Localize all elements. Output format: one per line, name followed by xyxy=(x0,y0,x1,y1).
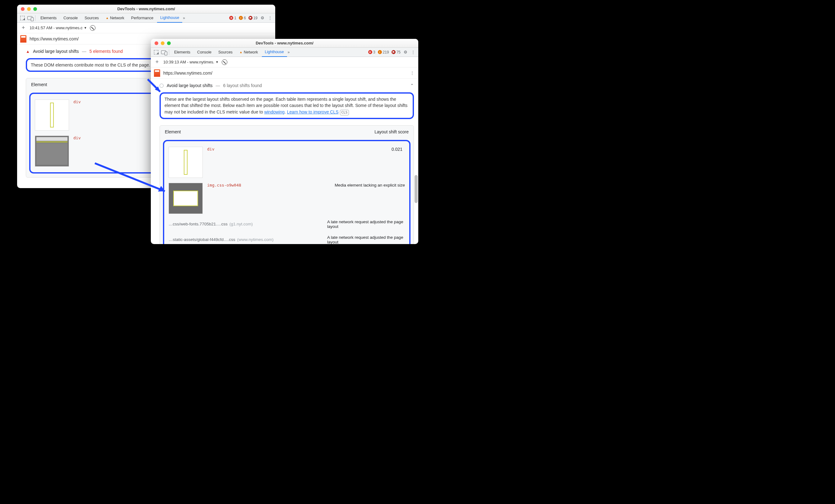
rows-callout: div 0.021 img.css-o9w048 Media element l… xyxy=(163,140,410,244)
audit-header[interactable]: Avoid large layout shifts — 6 layout shi… xyxy=(160,83,414,88)
clear-report-icon[interactable] xyxy=(222,59,227,65)
url-bar: https://www.nytimes.com/ ⋮ xyxy=(151,67,418,79)
shift-reason: A late network request adjusted the page… xyxy=(327,219,405,229)
chevron-down-icon: ▼ xyxy=(84,26,87,29)
clear-report-icon[interactable] xyxy=(90,25,96,31)
page-url: https://www.nytimes.com/ xyxy=(163,70,212,76)
resource-host: (www.nytimes.com) xyxy=(237,237,274,242)
tab-network[interactable]: Network xyxy=(103,13,127,23)
info-badge[interactable]: ⚑19 xyxy=(247,16,259,20)
warnings-badge[interactable]: !6 xyxy=(238,16,247,20)
kebab-menu-icon[interactable]: ⋮ xyxy=(409,70,415,75)
cause-row[interactable]: …css/web-fonts.7705b21….css (g1.nyt.com)… xyxy=(167,216,406,232)
minimize-icon[interactable] xyxy=(27,7,31,11)
titlebar: DevTools - www.nytimes.com/ xyxy=(151,39,418,47)
separator xyxy=(35,15,36,21)
close-icon[interactable] xyxy=(21,7,24,11)
element-thumbnail xyxy=(168,183,203,214)
separator: — xyxy=(82,49,86,54)
status-circle-icon xyxy=(160,84,164,88)
audit-name: Avoid large layout shifts xyxy=(33,49,79,54)
window-title: DevTools - www.nytimes.com/ xyxy=(17,6,275,11)
tab-sources[interactable]: Sources xyxy=(215,47,236,57)
table-row[interactable]: div 0.021 xyxy=(167,144,406,180)
cause-row[interactable]: …static-assets/global-f449cfd….css (www.… xyxy=(167,232,406,244)
traffic-lights[interactable] xyxy=(17,7,37,11)
windowing-link[interactable]: windowing xyxy=(264,109,285,114)
kebab-menu-icon[interactable]: ⋮ xyxy=(410,50,416,55)
settings-gear-icon[interactable]: ⚙ xyxy=(402,50,409,55)
element-selector: div xyxy=(74,100,81,104)
close-icon[interactable] xyxy=(155,41,158,45)
chevron-down-icon: ▼ xyxy=(216,60,219,64)
chevron-up-icon[interactable]: ⌃ xyxy=(410,83,414,88)
col-score: Layout shift score xyxy=(374,129,409,134)
table-header: Element Layout shift score xyxy=(160,126,414,138)
resource-path: …css/web-fonts.7705b21….css xyxy=(168,222,228,226)
report-dropdown[interactable]: 10:39:13 AM - www.nytimes.▼ xyxy=(163,60,219,64)
audit-name: Avoid large layout shifts xyxy=(167,83,213,88)
learn-cls-link[interactable]: Learn how to improve CLS xyxy=(287,109,339,114)
report-content: Avoid large layout shifts — 6 layout shi… xyxy=(151,79,418,244)
more-tabs-icon[interactable]: » xyxy=(288,50,289,55)
resource-host: (g1.nyt.com) xyxy=(229,222,253,226)
devtools-toolbar: Elements Console Sources Network Perform… xyxy=(17,13,275,23)
lighthouse-icon xyxy=(20,35,26,43)
errors-badge[interactable]: ✕1 xyxy=(228,16,237,20)
tab-network[interactable]: Network xyxy=(236,47,261,57)
audit-description: These DOM elements contribute most to th… xyxy=(31,63,150,67)
scrollbar-thumb[interactable] xyxy=(414,175,418,203)
new-report-button[interactable]: + xyxy=(154,59,160,65)
element-selector: div xyxy=(74,135,81,140)
tab-sources[interactable]: Sources xyxy=(81,13,102,23)
devtools-toolbar: Elements Console Sources Network Lightho… xyxy=(151,47,418,57)
titlebar: DevTools - www.nytimes.com/ xyxy=(17,5,275,13)
element-selector: div xyxy=(207,147,214,151)
new-report-button[interactable]: + xyxy=(20,25,26,31)
tab-lighthouse[interactable]: Lighthouse xyxy=(262,47,287,57)
lighthouse-icon xyxy=(154,69,160,77)
minimize-icon[interactable] xyxy=(161,41,164,45)
window-title: DevTools - www.nytimes.com/ xyxy=(151,41,418,45)
element-thumbnail xyxy=(168,147,203,178)
results-table: Element Layout shift score div 0.021 img… xyxy=(160,125,414,244)
snapshot-label: 10:41:57 AM - www.nytimes.c xyxy=(29,25,83,30)
element-thumbnail xyxy=(35,100,69,131)
lighthouse-subbar: + 10:39:13 AM - www.nytimes.▼ xyxy=(151,57,418,67)
device-toggle-icon[interactable] xyxy=(26,15,33,21)
page-url: https://www.nytimes.com/ xyxy=(29,36,79,41)
more-tabs-icon[interactable]: » xyxy=(183,16,184,20)
tab-console[interactable]: Console xyxy=(194,47,215,57)
traffic-lights[interactable] xyxy=(151,41,171,45)
report-dropdown[interactable]: 10:41:57 AM - www.nytimes.c▼ xyxy=(29,25,87,30)
info-badge[interactable]: ⚑75 xyxy=(391,50,402,55)
errors-badge[interactable]: ✕3 xyxy=(367,50,376,55)
settings-gear-icon[interactable]: ⚙ xyxy=(259,16,266,20)
warning-triangle-icon: ▲ xyxy=(26,49,30,54)
warnings-badge[interactable]: !219 xyxy=(377,50,390,55)
element-thumbnail xyxy=(35,135,69,167)
layout-shift-score: 0.021 xyxy=(391,147,405,152)
tab-lighthouse[interactable]: Lighthouse xyxy=(157,13,182,23)
col-element: Element xyxy=(165,129,181,134)
audit-count: 5 elements found xyxy=(89,49,123,54)
snapshot-label: 10:39:13 AM - www.nytimes. xyxy=(163,60,214,64)
tab-console[interactable]: Console xyxy=(60,13,81,23)
tab-elements[interactable]: Elements xyxy=(37,13,60,23)
separator xyxy=(169,49,169,55)
inspect-element-icon[interactable] xyxy=(153,49,160,56)
audit-description-callout: These are the largest layout shifts obse… xyxy=(160,92,414,119)
tab-elements[interactable]: Elements xyxy=(171,47,194,57)
element-selector: img.css-o9w048 xyxy=(207,183,241,188)
separator: — xyxy=(216,83,220,88)
table-row[interactable]: img.css-o9w048 Media element lacking an … xyxy=(167,180,406,216)
kebab-menu-icon[interactable]: ⋮ xyxy=(266,16,273,20)
tab-performance[interactable]: Performance xyxy=(128,13,157,23)
lighthouse-subbar: + 10:41:57 AM - www.nytimes.c▼ xyxy=(17,23,275,33)
device-toggle-icon[interactable] xyxy=(160,49,167,56)
col-element: Element xyxy=(31,82,47,87)
cls-chip: CLS xyxy=(340,110,349,115)
inspect-element-icon[interactable] xyxy=(19,15,26,21)
zoom-icon[interactable] xyxy=(33,7,37,11)
zoom-icon[interactable] xyxy=(167,41,171,45)
